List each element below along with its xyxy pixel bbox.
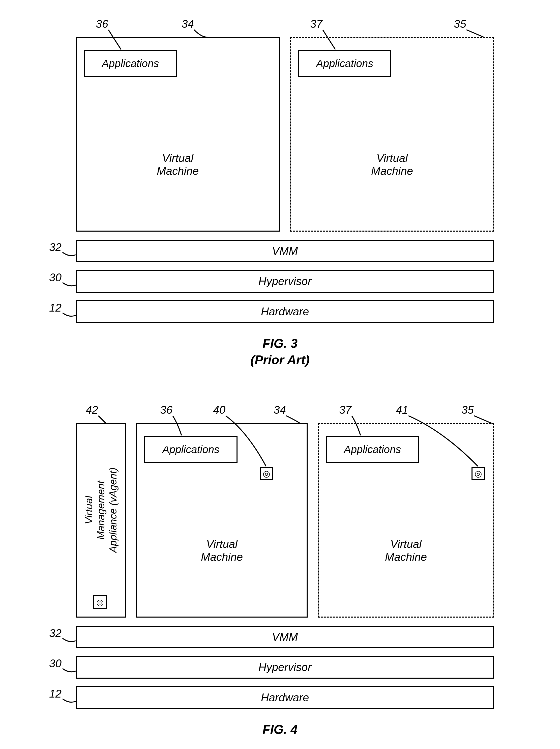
figure-4: Virtual Management Appliance (vAgent) ◎ …	[0, 386, 560, 747]
fig4-ref-41: 41	[396, 404, 408, 416]
fig3-apps-right: Applications	[298, 50, 391, 77]
fig3-ref-34: 34	[182, 18, 194, 30]
fig4-vmm-bar: VMM	[76, 626, 494, 648]
fig4-vagent-box: Virtual Management Appliance (vAgent)	[76, 423, 126, 618]
fig4-hardware-label: Hardware	[261, 691, 309, 704]
fig3-hardware-label: Hardware	[261, 305, 309, 318]
fig3-vm-left-label: Virtual Machine	[157, 152, 199, 177]
fig4-apps-right: Applications	[326, 436, 419, 463]
fig4-apps-mid-label: Applications	[162, 444, 219, 456]
fig4-hardware-bar: Hardware	[76, 686, 494, 709]
fig3-caption-line1: FIG. 3	[263, 337, 297, 351]
fig4-ref-35: 35	[462, 404, 474, 416]
fig4-vm-right-icon: ◎	[471, 467, 485, 480]
fig4-ref-36: 36	[160, 404, 173, 416]
fig3-ref-30: 30	[49, 271, 62, 284]
fig4-vm-mid-label: Virtual Machine	[201, 538, 243, 563]
fig4-vagent-icon: ◎	[93, 595, 107, 609]
fig3-vm-right-label: Virtual Machine	[371, 152, 413, 177]
fig3-ref-32: 32	[49, 241, 62, 254]
fig3-ref-12: 12	[49, 301, 62, 314]
fig3-apps-right-label: Applications	[316, 58, 373, 70]
fig4-vagent-label: Virtual Management Appliance (vAgent)	[83, 445, 119, 576]
fig3-apps-left: Applications	[84, 50, 177, 77]
fig4-ref-30: 30	[49, 657, 62, 670]
fig3-caption: FIG. 3 (Prior Art)	[0, 336, 560, 368]
spiral-icon: ◎	[96, 598, 104, 606]
fig4-caption-text: FIG. 4	[263, 723, 297, 736]
fig3-hypervisor-bar: Hypervisor	[76, 270, 494, 293]
fig4-ref-37: 37	[339, 404, 352, 416]
spiral-icon: ◎	[263, 469, 270, 478]
fig4-ref-34: 34	[273, 404, 286, 416]
fig3-ref-35: 35	[454, 18, 466, 30]
fig3-vmm-bar: VMM	[76, 240, 494, 262]
spiral-icon: ◎	[474, 469, 482, 478]
fig4-ref-12: 12	[49, 687, 62, 700]
fig4-apps-right-label: Applications	[344, 444, 401, 456]
figure-3: Virtual Machine Applications Virtual Mac…	[0, 0, 560, 368]
fig3-ref-37: 37	[310, 18, 322, 30]
fig4-apps-mid: Applications	[144, 436, 238, 463]
fig4-vm-mid-icon: ◎	[260, 467, 273, 480]
fig4-hypervisor-bar: Hypervisor	[76, 656, 494, 679]
fig4-ref-40: 40	[213, 404, 225, 416]
fig4-hypervisor-label: Hypervisor	[259, 661, 311, 674]
fig3-vmm-label: VMM	[272, 245, 298, 258]
fig3-hypervisor-label: Hypervisor	[259, 275, 311, 288]
fig3-ref-36: 36	[96, 18, 108, 30]
fig3-apps-left-label: Applications	[102, 58, 159, 70]
fig3-hardware-bar: Hardware	[76, 300, 494, 323]
fig4-vm-right-label: Virtual Machine	[385, 538, 427, 563]
fig4-ref-32: 32	[49, 627, 62, 640]
fig4-vmm-label: VMM	[272, 631, 298, 644]
fig4-caption: FIG. 4	[0, 722, 560, 738]
fig4-ref-42: 42	[86, 404, 98, 416]
fig3-caption-line2: (Prior Art)	[250, 353, 309, 367]
